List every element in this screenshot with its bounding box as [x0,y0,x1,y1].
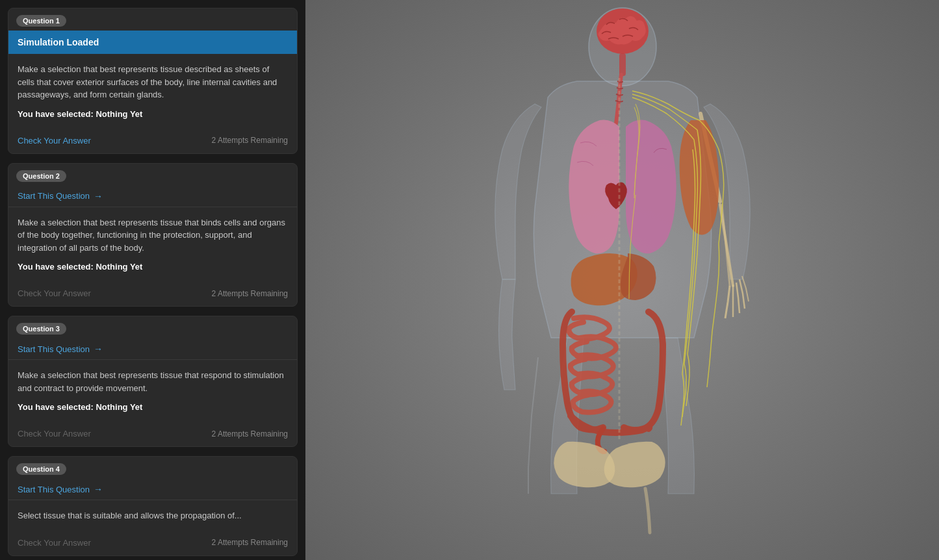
svg-rect-3 [619,53,626,76]
attempts-label-1: 2 Attempts Remaining [212,136,288,145]
anatomy-svg [402,0,843,560]
question-header-title-1: Simulation Loaded [18,37,288,47]
question-footer-2: Check Your Answer2 Attempts Remaining [8,288,297,306]
arrow-icon: → [94,344,103,354]
check-answer-2: Check Your Answer [18,288,91,298]
question-card-4: Question 4Start This Question →Select ti… [8,456,298,556]
question-header-3[interactable]: Start This Question → [8,338,297,360]
anatomy-viewer [305,0,939,560]
start-question-link-3[interactable]: Start This Question → [18,344,288,354]
question-badge-3: Question 3 [16,323,66,335]
selected-label-2: You have selected: Nothing Yet [18,262,288,272]
question-header-4[interactable]: Start This Question → [8,479,297,500]
question-body-3: Make a selection that best represents ti… [8,360,297,429]
start-question-link-2[interactable]: Start This Question → [18,191,288,201]
question-header-2[interactable]: Start This Question → [8,186,297,207]
question-footer-3: Check Your Answer2 Attempts Remaining [8,429,297,446]
question-text-1: Make a selection that best represents ti… [18,63,288,101]
question-footer-4: Check Your Answer2 Attempts Remaining [8,538,297,555]
check-answer-4: Check Your Answer [18,538,91,548]
question-text-4: Select tissue that is suitable and allow… [18,509,288,522]
question-badge-2: Question 2 [16,170,66,182]
selected-label-1: You have selected: Nothing Yet [18,109,288,119]
question-badge-4: Question 4 [16,463,66,475]
attempts-label-4: 2 Attempts Remaining [212,538,288,547]
question-text-3: Make a selection that best represents ti… [18,369,288,394]
question-header-1: Simulation Loaded [8,31,297,54]
start-question-link-4[interactable]: Start This Question → [18,484,288,494]
question-card-1: Question 1Simulation LoadedMake a select… [8,8,298,154]
question-badge-1: Question 1 [16,15,66,27]
question-card-3: Question 3Start This Question →Make a se… [8,316,298,447]
arrow-icon: → [94,484,103,494]
selected-label-3: You have selected: Nothing Yet [18,402,288,412]
question-body-2: Make a selection that best represents ti… [8,207,297,289]
check-answer-3: Check Your Answer [18,429,91,439]
question-footer-1: Check Your Answer2 Attempts Remaining [8,136,297,153]
question-body-1: Make a selection that best represents ti… [8,54,297,136]
attempts-label-2: 2 Attempts Remaining [212,289,288,298]
questions-panel: Question 1Simulation LoadedMake a select… [0,0,305,560]
check-answer-1[interactable]: Check Your Answer [18,136,91,146]
question-text-2: Make a selection that best represents ti… [18,216,288,255]
question-card-2: Question 2Start This Question →Make a se… [8,163,298,307]
arrow-icon: → [94,191,103,201]
question-body-4: Select tissue that is suitable and allow… [8,500,297,538]
anatomy-container [305,0,939,560]
attempts-label-3: 2 Attempts Remaining [212,429,288,439]
